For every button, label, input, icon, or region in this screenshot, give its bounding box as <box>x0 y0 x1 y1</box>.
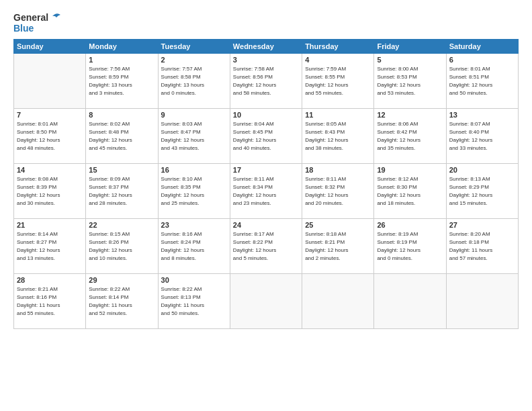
calendar-cell: 12Sunrise: 8:06 AMSunset: 8:42 PMDayligh… <box>374 109 446 164</box>
day-info: Sunrise: 7:58 AMSunset: 8:56 PMDaylight:… <box>233 65 299 97</box>
day-number: 29 <box>89 276 154 284</box>
weekday-header-monday: Monday <box>86 40 158 54</box>
day-info: Sunrise: 8:01 AMSunset: 8:50 PMDaylight:… <box>17 120 83 152</box>
day-number: 13 <box>449 111 515 119</box>
calendar-cell: 26Sunrise: 8:19 AMSunset: 8:19 PMDayligh… <box>374 219 446 274</box>
calendar-cell: 2Sunrise: 7:57 AMSunset: 8:58 PMDaylight… <box>158 54 230 109</box>
day-number: 18 <box>305 166 371 174</box>
day-number: 16 <box>161 166 227 174</box>
calendar-cell: 20Sunrise: 8:13 AMSunset: 8:29 PMDayligh… <box>446 164 518 219</box>
calendar-cell: 22Sunrise: 8:15 AMSunset: 8:26 PMDayligh… <box>86 219 158 274</box>
weekday-header-wednesday: Wednesday <box>230 40 302 54</box>
calendar-cell: 4Sunrise: 7:59 AMSunset: 8:55 PMDaylight… <box>302 54 374 109</box>
calendar-cell: 3Sunrise: 7:58 AMSunset: 8:56 PMDaylight… <box>230 54 302 109</box>
logo-text-general: General <box>13 12 48 23</box>
day-info: Sunrise: 8:06 AMSunset: 8:42 PMDaylight:… <box>377 120 443 152</box>
day-number: 11 <box>305 111 371 119</box>
day-number: 26 <box>377 221 443 229</box>
weekday-header-friday: Friday <box>374 40 446 54</box>
logo-text-blue: Blue <box>13 23 34 34</box>
calendar-cell: 30Sunrise: 8:22 AMSunset: 8:13 PMDayligh… <box>158 274 230 329</box>
calendar-cell: 16Sunrise: 8:10 AMSunset: 8:35 PMDayligh… <box>158 164 230 219</box>
day-number: 8 <box>89 111 154 119</box>
calendar-cell: 15Sunrise: 8:09 AMSunset: 8:37 PMDayligh… <box>86 164 158 219</box>
day-number: 19 <box>377 166 443 174</box>
calendar-cell: 6Sunrise: 8:01 AMSunset: 8:51 PMDaylight… <box>446 54 518 109</box>
day-number: 22 <box>89 221 154 229</box>
day-number: 24 <box>233 221 299 229</box>
day-info: Sunrise: 8:05 AMSunset: 8:43 PMDaylight:… <box>305 120 371 152</box>
calendar-cell: 23Sunrise: 8:16 AMSunset: 8:24 PMDayligh… <box>158 219 230 274</box>
week-row-2: 14Sunrise: 8:08 AMSunset: 8:39 PMDayligh… <box>14 164 519 219</box>
day-info: Sunrise: 8:00 AMSunset: 8:53 PMDaylight:… <box>377 65 443 97</box>
day-info: Sunrise: 8:13 AMSunset: 8:29 PMDaylight:… <box>449 175 515 208</box>
day-number: 17 <box>233 166 299 174</box>
day-number: 1 <box>89 56 154 64</box>
day-number: 4 <box>305 56 371 64</box>
day-info: Sunrise: 7:56 AMSunset: 8:59 PMDaylight:… <box>89 65 154 97</box>
day-info: Sunrise: 7:57 AMSunset: 8:58 PMDaylight:… <box>161 65 227 97</box>
day-info: Sunrise: 7:59 AMSunset: 8:55 PMDaylight:… <box>305 65 371 97</box>
day-info: Sunrise: 8:19 AMSunset: 8:19 PMDaylight:… <box>377 230 443 263</box>
week-row-3: 21Sunrise: 8:14 AMSunset: 8:27 PMDayligh… <box>14 219 519 274</box>
weekday-header-saturday: Saturday <box>446 40 518 54</box>
day-info: Sunrise: 8:21 AMSunset: 8:16 PMDaylight:… <box>17 285 83 318</box>
calendar-cell: 19Sunrise: 8:12 AMSunset: 8:30 PMDayligh… <box>374 164 446 219</box>
day-info: Sunrise: 8:12 AMSunset: 8:30 PMDaylight:… <box>377 175 443 208</box>
day-number: 28 <box>17 276 83 284</box>
day-info: Sunrise: 8:17 AMSunset: 8:22 PMDaylight:… <box>233 230 299 263</box>
calendar-cell: 8Sunrise: 8:02 AMSunset: 8:48 PMDaylight… <box>86 109 158 164</box>
day-info: Sunrise: 8:14 AMSunset: 8:27 PMDaylight:… <box>17 230 83 263</box>
week-row-1: 7Sunrise: 8:01 AMSunset: 8:50 PMDaylight… <box>14 109 519 164</box>
day-info: Sunrise: 8:02 AMSunset: 8:48 PMDaylight:… <box>89 120 154 152</box>
calendar-cell: 27Sunrise: 8:20 AMSunset: 8:18 PMDayligh… <box>446 219 518 274</box>
day-number: 2 <box>161 56 227 64</box>
day-info: Sunrise: 8:22 AMSunset: 8:14 PMDaylight:… <box>89 285 154 318</box>
day-number: 3 <box>233 56 299 64</box>
calendar-cell: 24Sunrise: 8:17 AMSunset: 8:22 PMDayligh… <box>230 219 302 274</box>
day-number: 21 <box>17 221 83 229</box>
day-info: Sunrise: 8:16 AMSunset: 8:24 PMDaylight:… <box>161 230 227 263</box>
calendar-cell <box>230 274 302 329</box>
day-info: Sunrise: 8:09 AMSunset: 8:37 PMDaylight:… <box>89 175 154 208</box>
day-number: 12 <box>377 111 443 119</box>
day-info: Sunrise: 8:07 AMSunset: 8:40 PMDaylight:… <box>449 120 515 152</box>
day-number: 25 <box>305 221 371 229</box>
calendar-cell: 7Sunrise: 8:01 AMSunset: 8:50 PMDaylight… <box>14 109 86 164</box>
calendar-cell: 17Sunrise: 8:11 AMSunset: 8:34 PMDayligh… <box>230 164 302 219</box>
day-info: Sunrise: 8:03 AMSunset: 8:47 PMDaylight:… <box>161 120 227 152</box>
weekday-header-sunday: Sunday <box>14 40 86 54</box>
day-number: 15 <box>89 166 154 174</box>
calendar-cell: 14Sunrise: 8:08 AMSunset: 8:39 PMDayligh… <box>14 164 86 219</box>
day-info: Sunrise: 8:11 AMSunset: 8:34 PMDaylight:… <box>233 175 299 208</box>
day-number: 9 <box>161 111 227 119</box>
calendar-cell: 11Sunrise: 8:05 AMSunset: 8:43 PMDayligh… <box>302 109 374 164</box>
logo-bird-icon <box>50 13 62 22</box>
calendar-cell: 18Sunrise: 8:11 AMSunset: 8:32 PMDayligh… <box>302 164 374 219</box>
day-info: Sunrise: 8:20 AMSunset: 8:18 PMDaylight:… <box>449 230 515 263</box>
day-number: 30 <box>161 276 227 284</box>
calendar-cell <box>374 274 446 329</box>
day-info: Sunrise: 8:10 AMSunset: 8:35 PMDaylight:… <box>161 175 227 208</box>
day-info: Sunrise: 8:08 AMSunset: 8:39 PMDaylight:… <box>17 175 83 208</box>
calendar-cell: 13Sunrise: 8:07 AMSunset: 8:40 PMDayligh… <box>446 109 518 164</box>
weekday-header-thursday: Thursday <box>302 40 374 54</box>
weekday-header-tuesday: Tuesday <box>158 40 230 54</box>
calendar-cell: 29Sunrise: 8:22 AMSunset: 8:14 PMDayligh… <box>86 274 158 329</box>
calendar-cell: 25Sunrise: 8:18 AMSunset: 8:21 PMDayligh… <box>302 219 374 274</box>
calendar-table: SundayMondayTuesdayWednesdayThursdayFrid… <box>13 39 519 329</box>
calendar-cell: 5Sunrise: 8:00 AMSunset: 8:53 PMDaylight… <box>374 54 446 109</box>
day-number: 5 <box>377 56 443 64</box>
page: General Blue SundayMondayTuesdayWednesda… <box>0 0 532 411</box>
calendar-cell <box>14 54 86 109</box>
day-info: Sunrise: 8:15 AMSunset: 8:26 PMDaylight:… <box>89 230 154 263</box>
day-number: 14 <box>17 166 83 174</box>
day-info: Sunrise: 8:04 AMSunset: 8:45 PMDaylight:… <box>233 120 299 152</box>
day-number: 20 <box>449 166 515 174</box>
header: General Blue <box>13 12 519 34</box>
weekday-header-row: SundayMondayTuesdayWednesdayThursdayFrid… <box>14 40 519 54</box>
calendar-cell <box>302 274 374 329</box>
calendar-cell: 10Sunrise: 8:04 AMSunset: 8:45 PMDayligh… <box>230 109 302 164</box>
day-number: 7 <box>17 111 83 119</box>
day-number: 27 <box>449 221 515 229</box>
